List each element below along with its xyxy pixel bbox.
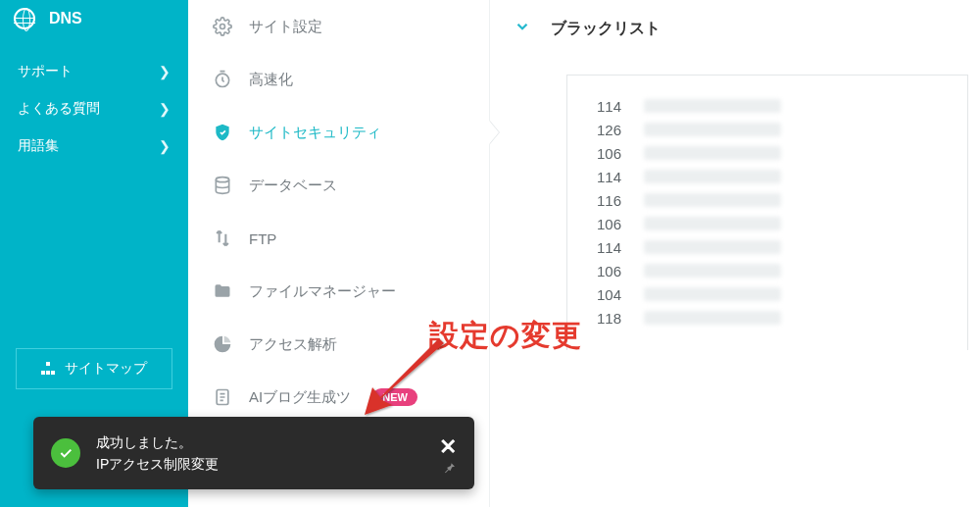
ip-octet: 114	[597, 166, 634, 189]
nav-item-ai-blog[interactable]: AIブログ生成ツ NEW	[188, 371, 489, 424]
sidebar-item-glossary[interactable]: 用語集 ❯	[0, 127, 188, 165]
nav-item-label: アクセス解析	[249, 335, 337, 354]
ip-row: 118	[597, 307, 938, 330]
nav-item-label: データベース	[249, 177, 337, 195]
nav-item-site-settings[interactable]: サイト設定	[188, 0, 489, 53]
ip-blurred	[644, 170, 781, 183]
shield-icon	[212, 122, 233, 143]
ip-octet: 104	[597, 283, 634, 307]
ip-row: 126	[597, 119, 938, 142]
ip-octet: 126	[597, 119, 634, 142]
ip-octet: 106	[597, 213, 634, 236]
new-badge: NEW	[372, 388, 417, 406]
ip-blurred	[644, 240, 781, 254]
folder-icon	[212, 280, 233, 302]
ip-octet: 114	[597, 95, 634, 119]
nav-item-database[interactable]: データベース	[188, 159, 489, 212]
toast-message: IPアクセス制限変更	[96, 453, 423, 475]
toast-pin-button[interactable]	[441, 460, 457, 481]
toast-body: 成功しました。 IPアクセス制限変更	[96, 431, 423, 476]
nav-item-speed[interactable]: 高速化	[188, 53, 489, 106]
sidebar-item-label: サポート	[18, 63, 73, 80]
ip-row: 106	[597, 213, 938, 236]
sidebar-item-faq[interactable]: よくある質問 ❯	[0, 90, 188, 127]
nav-item-label: AIブログ生成ツ	[249, 388, 351, 407]
ip-row: 116	[597, 189, 938, 213]
toast-close-button[interactable]: ✕	[439, 434, 457, 460]
document-icon	[212, 386, 233, 408]
sitemap-label: サイトマップ	[65, 360, 147, 378]
globe-icon	[14, 8, 35, 29]
svg-point-0	[220, 25, 225, 29]
svg-point-2	[216, 177, 228, 182]
section-title: ブラックリスト	[551, 19, 661, 39]
success-check-icon	[51, 438, 80, 468]
sitemap-button[interactable]: サイトマップ	[16, 348, 172, 389]
ip-blurred	[644, 287, 781, 301]
ip-row: 114	[597, 95, 938, 119]
ip-row: 106	[597, 260, 938, 283]
piechart-icon	[212, 333, 233, 355]
blacklist-accordion-header[interactable]: ブラックリスト	[490, 0, 980, 57]
nav-item-analytics[interactable]: アクセス解析	[188, 318, 489, 371]
nav-item-label: サイトセキュリティ	[249, 124, 381, 142]
ip-octet: 106	[597, 260, 634, 283]
stopwatch-icon	[212, 69, 233, 90]
ip-row: 106	[597, 142, 938, 166]
ip-octet: 106	[597, 142, 634, 166]
nav-item-ftp[interactable]: FTP	[188, 212, 489, 265]
ip-blurred	[644, 193, 781, 207]
ip-row: 104	[597, 283, 938, 307]
ip-blurred	[644, 123, 781, 136]
nav-item-label: サイト設定	[249, 18, 322, 36]
ip-blurred	[644, 264, 781, 278]
toast-title: 成功しました。	[96, 431, 423, 453]
ip-blurred	[644, 217, 781, 230]
ip-row: 114	[597, 166, 938, 189]
gear-icon	[212, 16, 233, 37]
ip-blurred	[644, 311, 781, 325]
dns-label: DNS	[49, 10, 82, 27]
nav-item-label: 高速化	[249, 71, 293, 89]
ip-octet: 116	[597, 189, 634, 213]
ip-blurred	[644, 99, 781, 113]
ip-row: 114	[597, 236, 938, 260]
sidebar-item-label: よくある質問	[18, 100, 100, 118]
ip-octet: 118	[597, 307, 634, 330]
nav-item-security[interactable]: サイトセキュリティ	[188, 106, 489, 159]
nav-item-label: ファイルマネージャー	[249, 282, 396, 301]
chevron-right-icon: ❯	[159, 101, 171, 117]
ip-blurred	[644, 146, 781, 160]
chevron-down-icon	[514, 18, 531, 39]
nav-item-label: FTP	[249, 230, 276, 247]
sitemap-icon	[41, 362, 55, 376]
chevron-right-icon: ❯	[159, 64, 171, 79]
success-toast: 成功しました。 IPアクセス制限変更 ✕	[33, 417, 474, 489]
main-content: ブラックリスト 114 126 106 114 116 106 114 106 …	[490, 0, 980, 350]
database-icon	[212, 175, 233, 196]
sidebar-item-label: 用語集	[18, 137, 59, 155]
transfer-icon	[212, 228, 233, 249]
sidebar-item-support[interactable]: サポート ❯	[0, 53, 188, 90]
sidebar-item-dns[interactable]: DNS	[0, 0, 188, 53]
chevron-right-icon: ❯	[159, 138, 171, 154]
ip-octet: 114	[597, 236, 634, 260]
nav-item-file-manager[interactable]: ファイルマネージャー	[188, 265, 489, 318]
ip-list-box: 114 126 106 114 116 106 114 106 104 118	[566, 75, 968, 350]
